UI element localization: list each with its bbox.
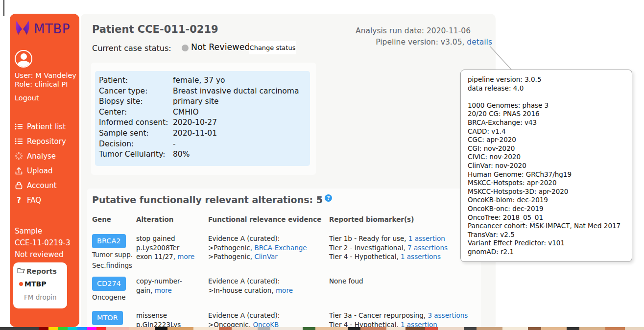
details-link[interactable]: details — [467, 38, 492, 47]
tooltip-line: Pancancer cohort: MSK-IMPACT, Nat Med 20… — [468, 222, 629, 231]
sidebar-item-faq[interactable]: ?FAQ — [15, 196, 66, 204]
info-label: Cancer type: — [99, 86, 173, 97]
info-value: 2020-10-27 — [173, 118, 217, 128]
page-title: Patient CCE-011-0219 — [92, 24, 218, 35]
tooltip-line: TransVar: v2.5 — [468, 231, 629, 239]
tooltip-line: 20/20 CG: PNAS 2016 — [468, 110, 629, 118]
tooltip-line: Variant Effect Predictor: v101 — [468, 239, 629, 248]
sidebar-menu: Patient listRepositoryAnalyseUploadAccou… — [15, 122, 66, 204]
info-label: Decision: — [99, 139, 173, 150]
inline-link[interactable]: 3 assertions — [428, 311, 468, 319]
tooltip-line: gnomAD: r2.1 — [468, 248, 629, 257]
gene-sub: Tumor supp. — [92, 251, 135, 259]
biomarker-cell: None foud — [329, 277, 480, 286]
folder-icon — [17, 267, 25, 275]
gene-badge[interactable]: MTOR — [92, 311, 123, 325]
gene-sub: Oncogene — [92, 293, 135, 302]
help-icon[interactable]: ? — [325, 194, 332, 202]
gene-badge[interactable]: BRCA2 — [92, 234, 126, 248]
alteration-cell: copy-number-gain, more — [136, 277, 207, 295]
report-item-fm-dropin[interactable]: FM dropin — [24, 293, 57, 301]
tooltip-line: CIViC: nov-2020 — [468, 153, 629, 162]
tooltip-line: pipeline version: 3.0.5 — [468, 75, 629, 84]
info-value: - — [173, 139, 176, 150]
sidebar-item-label: Account — [27, 181, 57, 190]
change-status-button[interactable]: Change status — [249, 41, 296, 54]
info-value: Breast invasive ductal carcinoma — [173, 86, 299, 97]
sidebar-item-patient-list[interactable]: Patient list — [15, 122, 66, 131]
inline-link[interactable]: more — [276, 286, 293, 294]
info-value: primary site — [173, 96, 219, 107]
sidebar-item-label: Upload — [27, 166, 53, 175]
inline-link[interactable]: more — [155, 286, 172, 294]
case-status-label: Current case status: — [92, 44, 171, 53]
analysis-run-date: Analysis run date: 2020-11-06 — [356, 25, 492, 37]
info-value: female, 37 yo — [173, 75, 225, 86]
sidebar-item-repository[interactable]: Repository — [15, 137, 66, 145]
sample-label: Sample — [15, 225, 70, 237]
sidebar-item-account[interactable]: Account — [15, 181, 66, 189]
list-icon — [15, 122, 23, 131]
pipeline-details-tooltip: pipeline version: 3.0.5data release: 4.0… — [460, 70, 632, 262]
tooltip-line: CADD: v1.4 — [468, 127, 629, 136]
reports-title: Reports — [17, 267, 57, 275]
inline-link[interactable]: 1 assertions — [401, 253, 441, 260]
pipeline-version: Pipeline version: v3.05, — [376, 38, 464, 47]
tooltip-line: OncoKB-onc: dec-2019 — [468, 205, 629, 213]
window-edge-artifact — [3, 0, 4, 16]
run-info: Analysis run date: 2020-11-06 Pipeline v… — [356, 25, 492, 48]
gene-cell: CD274Oncogene — [92, 277, 135, 302]
gene-sub: Sec.findings — [92, 261, 135, 270]
info-row: Tumor Cellularity:80% — [99, 149, 310, 160]
tooltip-line: CGI: nov-2020 — [468, 144, 629, 153]
evidence-cell: Evidence A (curated):>Pathogenic, BRCA-E… — [208, 234, 328, 261]
gene-cell: MTOR — [92, 311, 135, 325]
column-header: Alteration — [136, 215, 207, 223]
alterations-title: Putative functionally relevant alteratio… — [92, 194, 332, 205]
info-label: Sample sent: — [99, 128, 173, 139]
info-value: CMHIO — [173, 107, 199, 118]
info-label: Patient: — [99, 75, 173, 86]
question-icon: ? — [15, 196, 23, 204]
spinner-icon — [15, 152, 23, 160]
tooltip-line: data release: 4.0 — [468, 84, 629, 93]
info-row: Biopsy site:primary site — [99, 96, 310, 107]
user-name: User: M Vandeley — [15, 71, 76, 80]
reports-card: Reports MTBP FM dropin — [13, 262, 67, 308]
sidebar-item-label: Analyse — [27, 152, 56, 161]
info-row: Sample sent:2020-11-01 — [99, 128, 310, 139]
tooltip-line: OncoTree: 2018_05_01 — [468, 213, 629, 222]
sidebar-item-upload[interactable]: Upload — [15, 166, 66, 175]
info-value: 2020-11-01 — [173, 128, 217, 139]
inline-link[interactable]: ClinVar — [254, 253, 278, 260]
info-label: Tumor Cellularity: — [99, 149, 173, 160]
patient-summary-card: Patient:female, 37 yoCancer type:Breast … — [91, 63, 316, 175]
gene-badge[interactable]: CD274 — [92, 277, 126, 291]
column-header: Reported biomarker(s) — [329, 215, 480, 223]
patient-info-box: Patient:female, 37 yoCancer type:Breast … — [95, 71, 310, 166]
alteration-cell: missensep.Gln2223Lys — [136, 311, 207, 329]
alterations-card: Putative functionally relevant alteratio… — [87, 189, 481, 330]
report-item-mtbp[interactable]: MTBP — [19, 280, 46, 288]
info-row: Cancer type:Breast invasive ductal carci… — [99, 86, 310, 97]
sidebar-item-analyse[interactable]: Analyse — [15, 152, 66, 160]
tooltip-line: ClinVar: nov-2020 — [468, 162, 629, 170]
info-row: Patient:female, 37 yo — [99, 75, 310, 86]
inline-link[interactable]: 7 assertions — [407, 244, 448, 252]
mtbp-logo-icon — [14, 19, 31, 39]
upload-icon — [15, 166, 23, 175]
sample-block: Sample CCE-11-0219-3 Not reviewed — [15, 225, 70, 260]
logo-text: MTBP — [34, 22, 70, 36]
tooltip-line: 1000 Genomes: phase 3 — [468, 101, 629, 110]
inline-link[interactable]: more — [177, 253, 194, 260]
case-status-value: Not Reviewed — [191, 42, 250, 52]
info-label: Center: — [99, 107, 173, 118]
sidebar-item-label: Patient list — [27, 122, 66, 131]
inline-link[interactable]: 1 assertion — [408, 235, 445, 242]
sidebar-item-label: Repository — [27, 137, 66, 146]
biomarker-cell: Tier 1b - Ready for use, 1 assertionTier… — [329, 234, 480, 261]
gene-cell: BRCA2Tumor supp.Sec.findings — [92, 234, 135, 270]
inline-link[interactable]: BRCA-Exchange — [254, 244, 307, 252]
alteration-cell: stop gainedp.Lys2008Terexon 11/27, more — [136, 234, 207, 261]
logout-link[interactable]: Logout — [15, 94, 39, 102]
